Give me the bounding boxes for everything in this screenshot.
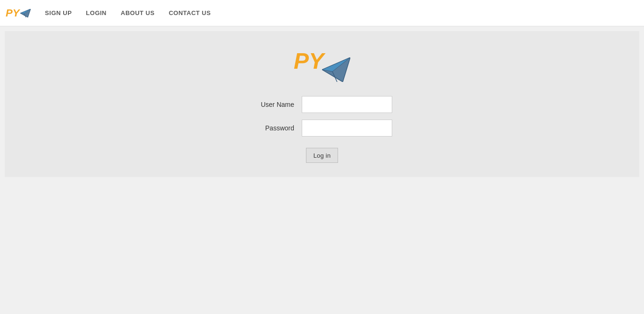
nav-about[interactable]: ABOUT US	[121, 9, 155, 16]
login-button[interactable]: Log in	[306, 148, 338, 163]
main-logo: PY	[294, 50, 350, 82]
username-row: User Name	[252, 96, 392, 113]
password-input[interactable]	[302, 120, 392, 137]
nav-logo-text: PY	[6, 8, 19, 18]
nav-logo[interactable]: PY	[6, 8, 31, 18]
password-row: Password	[252, 120, 392, 137]
nav-plane-icon	[20, 9, 31, 17]
username-label: User Name	[252, 101, 294, 108]
nav-signup[interactable]: SIGN UP	[45, 9, 72, 16]
main-logo-text: PY	[294, 50, 324, 72]
nav-contact[interactable]: CONTACT US	[169, 9, 211, 16]
navbar: PY SIGN UP LOGIN ABOUT US CONTACT US	[0, 0, 644, 26]
username-input[interactable]	[302, 96, 392, 113]
nav-login[interactable]: LOGIN	[86, 9, 107, 16]
nav-links: SIGN UP LOGIN ABOUT US CONTACT US	[45, 9, 211, 16]
main-plane-icon	[322, 57, 350, 82]
main-panel: PY User Name Password Log in	[5, 31, 639, 177]
password-label: Password	[252, 124, 294, 132]
login-form: User Name Password Log in	[252, 96, 392, 163]
